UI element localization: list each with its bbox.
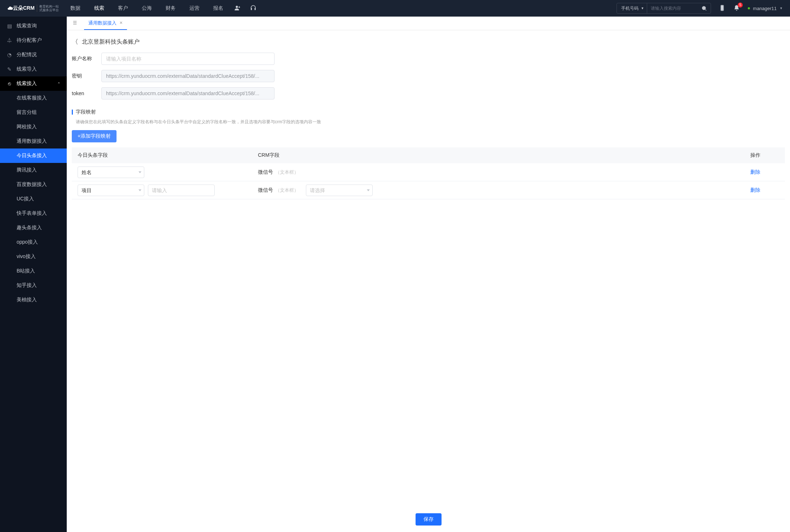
add-field-mapping-button[interactable]: +添加字段映射 [72,130,117,142]
sidebar-sub-5[interactable]: 腾讯接入 [0,163,67,177]
page-header: 〈 北京昱新科技头条账户 [72,35,785,53]
sidebar-item-label: 待分配客户 [17,37,42,44]
table-row: 项目微信号（文本框）请选择删除 [72,181,785,199]
toutiao-field-select[interactable]: 项目 [78,185,144,196]
phone-icon[interactable] [719,5,725,12]
user-menu[interactable]: manager11 ▼ [748,6,783,11]
sidebar-item-3[interactable]: ✎线索导入 [0,62,67,76]
sidebar-icon: ⏃ [6,37,12,43]
user-name: manager11 [753,6,777,11]
sidebar-item-2[interactable]: ◔分配情况 [0,48,67,62]
save-button[interactable]: 保存 [416,513,442,526]
cloud-icon [7,5,13,11]
field-mapping-table: 今日头条字段 CRM字段 操作 姓名微信号（文本框）删除项目微信号（文本框）请选… [72,147,785,199]
nav-item-0[interactable]: 数据 [70,5,80,12]
notification-icon[interactable]: 5 [733,5,740,12]
search-type-select[interactable]: 手机号码 ▼ [617,3,647,13]
crm-field-name: 微信号 [258,169,273,176]
search-button[interactable] [698,3,711,13]
sidebar-sub-12[interactable]: B站接入 [0,264,67,278]
logo: 云朵CRM 教育机构一站式服务云平台 [7,5,67,12]
nav-extra-icons [234,5,256,12]
crm-field-name: 微信号 [258,187,273,194]
chevron-down-icon: ▼ [641,6,644,10]
page-footer: 保存 [67,507,790,532]
search-input[interactable] [647,6,698,11]
status-dot [748,7,750,9]
tab-close-icon[interactable]: ✕ [119,21,123,25]
sidebar-icon: ✎ [6,66,12,72]
chevron-down-icon: ▼ [780,6,783,10]
chevron-up-icon: ⌃ [57,82,60,86]
sidebar-sub-9[interactable]: 趣头条接入 [0,221,67,235]
sidebar-item-clue-access[interactable]: ⎋线索接入⌃ [0,76,67,91]
sidebar-sub-7[interactable]: UC接入 [0,192,67,206]
nav-item-2[interactable]: 客户 [118,5,128,12]
back-arrow-icon[interactable]: 〈 [72,37,78,46]
crm-field-type: （文本框） [275,187,299,194]
th-action: 操作 [750,152,779,159]
table-header: 今日头条字段 CRM字段 操作 [72,147,785,163]
sidebar-collapse-button[interactable] [70,18,80,29]
plug-icon: ⎋ [6,81,12,87]
th-toutiao-field: 今日头条字段 [78,152,258,159]
nav-item-5[interactable]: 运营 [189,5,199,12]
form-row-secret: 密钥 [72,70,785,82]
nav-item-1[interactable]: 线索 [94,5,104,12]
main: 通用数据接入 ✕ 〈 北京昱新科技头条账户 账户名称 密钥 token [67,17,790,532]
account-name-label: 账户名称 [72,56,101,62]
sidebar-icon: ◔ [6,52,12,58]
nav-items: 数据线索客户公海财务运营报名 [70,5,223,12]
form-row-account: 账户名称 [72,53,785,65]
tab-label: 通用数据接入 [88,20,117,26]
token-input[interactable] [101,87,275,99]
nav-right: 手机号码 ▼ 5 manager11 ▼ [616,3,783,14]
sidebar-sub-8[interactable]: 快手表单接入 [0,206,67,221]
section-accent-bar [72,110,73,115]
secret-input[interactable] [101,70,275,82]
nav-item-6[interactable]: 报名 [213,5,223,12]
search-box: 手机号码 ▼ [616,3,711,14]
svg-point-1 [702,6,706,10]
toutiao-field-select[interactable]: 姓名 [78,167,144,178]
tabs-bar: 通用数据接入 ✕ [67,17,790,30]
user-add-icon[interactable] [234,5,241,12]
account-name-input[interactable] [101,53,275,65]
sidebar-sub-10[interactable]: oppo接入 [0,235,67,249]
sidebar-sub-1[interactable]: 留言分组 [0,105,67,120]
page-title: 北京昱新科技头条账户 [82,38,140,46]
sidebar-sub-4[interactable]: 今日头条接入 [0,148,67,163]
token-label: token [72,90,101,96]
sidebar-sub-14[interactable]: 美柚接入 [0,293,67,307]
sidebar-sub-6[interactable]: 百度数据接入 [0,177,67,192]
delete-link[interactable]: 删除 [750,169,779,176]
section-header: 字段映射 [72,109,785,115]
crm-field-select[interactable]: 请选择 [306,185,373,196]
sidebar-item-1[interactable]: ⏃待分配客户 [0,33,67,48]
notification-badge: 5 [738,3,743,8]
section-description: 请确保您在此填写的头条自定义字段名称与在今日头条平台中自定义的字段名称一致，并且… [76,119,785,125]
sidebar-sub-3[interactable]: 通用数据接入 [0,134,67,148]
delete-link[interactable]: 删除 [750,187,779,194]
headset-icon[interactable] [250,5,256,12]
tab-general-data-access[interactable]: 通用数据接入 ✕ [84,17,127,30]
nav-item-4[interactable]: 财务 [166,5,176,12]
sidebar: ▤线索查询⏃待分配客户◔分配情况✎线索导入⎋线索接入⌃在线客服接入留言分组网校接… [0,17,67,532]
sidebar-icon: ▤ [6,23,12,29]
crm-field-type: （文本框） [275,169,299,176]
sidebar-sub-2[interactable]: 网校接入 [0,120,67,134]
toutiao-field-input[interactable] [148,185,215,196]
nav-item-3[interactable]: 公海 [142,5,152,12]
sidebar-item-label: 线索查询 [17,23,37,29]
logo-subtitle: 教育机构一站式服务云平台 [37,5,59,12]
table-row: 姓名微信号（文本框）删除 [72,163,785,181]
top-nav: 云朵CRM 教育机构一站式服务云平台 数据线索客户公海财务运营报名 手机号码 ▼… [0,0,790,17]
page-content: 〈 北京昱新科技头条账户 账户名称 密钥 token 字段映射 请确保您在此填写… [67,30,790,507]
sidebar-item-0[interactable]: ▤线索查询 [0,19,67,33]
brand-name: 云朵CRM [13,5,35,12]
sidebar-sub-13[interactable]: 知乎接入 [0,278,67,293]
section-title: 字段映射 [76,109,96,115]
sidebar-item-label: 线索接入 [17,80,37,87]
sidebar-sub-11[interactable]: vivo接入 [0,249,67,264]
sidebar-sub-0[interactable]: 在线客服接入 [0,91,67,105]
